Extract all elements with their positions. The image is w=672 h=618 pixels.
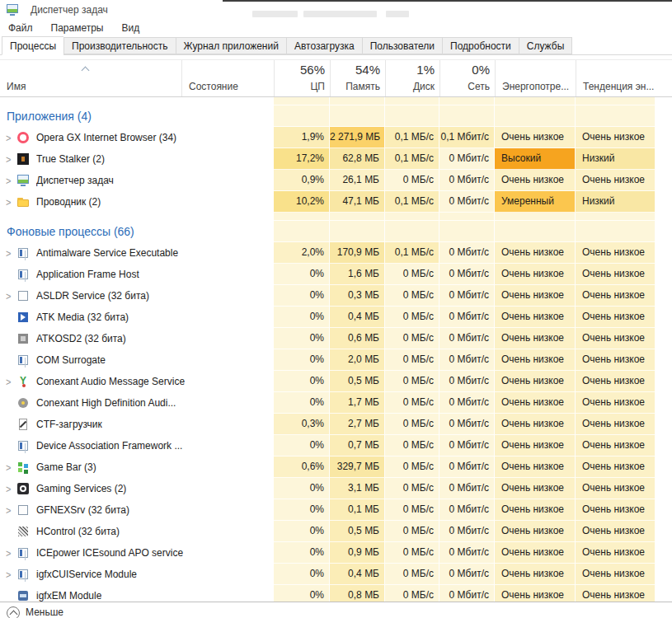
process-name: Device Association Framework ... xyxy=(36,440,182,452)
process-row[interactable]: >COM Surrogate0%2,0 МБ0 МБ/с0 Мбит/сОчен… xyxy=(0,349,672,371)
explorer-icon xyxy=(16,195,30,208)
process-row[interactable]: >Game Bar (3)0,6%329,7 МБ0 МБ/с0 Мбит/сО… xyxy=(0,456,672,478)
cell-power: Очень низкое xyxy=(495,127,576,148)
cell-network xyxy=(439,105,495,127)
cell-trend: Низкий xyxy=(576,191,656,213)
cell-trend: Очень низкое xyxy=(576,499,656,521)
expand-chevron-icon[interactable]: > xyxy=(0,569,16,580)
column-label: Имя xyxy=(7,81,26,92)
process-name-cell: >ATKOSD2 (32 бита) xyxy=(0,328,274,349)
process-row[interactable]: >ATKOSD2 (32 бита)0%0,6 МБ0 МБ/с0 Мбит/с… xyxy=(0,328,672,349)
tab-users[interactable]: Пользователи xyxy=(362,37,442,54)
column-header-disk[interactable]: 1% Диск xyxy=(385,60,439,96)
section-header: Фоновые процессы (66) xyxy=(0,221,672,242)
cell-network: 0,1 Мбит/с xyxy=(439,127,495,148)
expand-chevron-icon[interactable]: > xyxy=(0,483,16,494)
process-row[interactable]: >HControl (32 бита)0%0,5 МБ0 МБ/с0 Мбит/… xyxy=(0,521,672,542)
menu-item-file[interactable]: Файл xyxy=(8,22,33,34)
cell-cpu: 0% xyxy=(274,392,330,414)
cell-power: Очень низкое xyxy=(495,371,576,392)
cell-cpu: 0% xyxy=(274,371,330,392)
cell-cpu: 0% xyxy=(274,328,330,349)
process-row[interactable]: >ICEpower ICEsound APO service0%0,9 МБ0 … xyxy=(0,542,672,564)
process-row[interactable]: >ASLDR Service (32 бита)0%0,3 МБ0 МБ/с0 … xyxy=(0,285,672,307)
chevron-up-circle-icon[interactable] xyxy=(7,606,20,618)
cell-memory xyxy=(330,221,385,242)
cell-network: 0 Мбит/с xyxy=(439,371,495,392)
cell-disk xyxy=(385,221,439,242)
expand-chevron-icon[interactable]: > xyxy=(0,376,16,387)
expand-chevron-icon[interactable]: > xyxy=(0,132,16,143)
fewer-details-button[interactable]: Меньше xyxy=(26,606,63,618)
cell-cpu: 0% xyxy=(274,585,330,602)
process-row[interactable]: >Диспетчер задач0,9%26,1 МБ0 МБ/с0 Мбит/… xyxy=(0,170,672,191)
menu-item-options[interactable]: Параметры xyxy=(51,22,104,34)
process-row[interactable]: >Opera GX Internet Browser (34)1,9%2 271… xyxy=(0,127,672,148)
column-label: ЦП xyxy=(310,81,325,92)
row-tail xyxy=(656,542,672,564)
tab-startup[interactable]: Автозагрузка xyxy=(286,37,362,54)
cell-power xyxy=(495,221,576,242)
column-header-cpu[interactable]: 56% ЦП xyxy=(274,60,330,96)
cell-memory: 0,1 МБ xyxy=(330,499,385,521)
process-row[interactable]: >Conexant High Definition Audi...0%1,7 М… xyxy=(0,392,672,414)
atkosd2-icon xyxy=(16,332,30,345)
column-header-network[interactable]: 0% Сеть xyxy=(439,60,495,96)
tab-processes[interactable]: Процессы xyxy=(2,36,63,55)
tab-services[interactable]: Службы xyxy=(519,37,572,54)
process-row[interactable]: >ATK Media (32 бита)0%0,4 МБ0 МБ/с0 Мбит… xyxy=(0,307,672,328)
tab-performance[interactable]: Производительность xyxy=(63,37,175,54)
process-name-cell: >Conexant Audio Message Service xyxy=(0,371,274,392)
cell-trend: Очень низкое xyxy=(576,127,656,148)
process-row[interactable]: >Application Frame Host0%1,6 МБ0 МБ/с0 М… xyxy=(0,264,672,285)
cell-disk: 0 МБ/с xyxy=(385,456,439,478)
process-name-cell: >igfxEM Module xyxy=(0,585,274,602)
process-row[interactable]: >igfxCUIService Module0%0,4 МБ0 МБ/с0 Мб… xyxy=(0,564,672,585)
process-row[interactable]: >Gaming Services (2)0%3,1 МБ0 МБ/с0 Мбит… xyxy=(0,478,672,499)
process-row[interactable]: >igfxEM Module0%0,8 МБ0 МБ/с0 Мбит/сОчен… xyxy=(0,585,672,602)
cell-power: Очень низкое xyxy=(495,564,576,585)
process-row[interactable]: >Conexant Audio Message Service0%0,5 МБ0… xyxy=(0,371,672,392)
cell-network: 0 Мбит/с xyxy=(439,456,495,478)
cell-disk: 0,1 МБ/с xyxy=(385,127,439,148)
expand-chevron-icon[interactable]: > xyxy=(0,547,16,559)
column-label: Сеть xyxy=(468,81,490,92)
process-row[interactable]: >Проводник (2)10,2%47,1 МБ0,1 МБ/с0 Мбит… xyxy=(0,191,672,213)
expand-chevron-icon[interactable]: > xyxy=(0,290,16,302)
cell-power xyxy=(495,105,576,127)
column-header-name[interactable]: Имя xyxy=(0,60,181,96)
process-name-cell: >Диспетчер задач xyxy=(0,170,274,191)
tab-app-history[interactable]: Журнал приложений xyxy=(176,37,286,54)
menu-item-view[interactable]: Вид xyxy=(121,22,139,34)
process-row[interactable]: >CTF-загрузчик0,3%2,7 МБ0 МБ/с0 Мбит/сОч… xyxy=(0,414,672,435)
cell-memory: 329,7 МБ xyxy=(330,456,385,478)
task-manager-icon xyxy=(6,3,19,16)
row-tail xyxy=(656,127,672,148)
ghost-text-artifact xyxy=(386,11,409,17)
column-header-memory[interactable]: 54% Память xyxy=(330,60,385,96)
cell-disk: 0,1 МБ/с xyxy=(385,191,439,213)
cell-power: Очень низкое xyxy=(495,328,576,349)
column-header-power[interactable]: Энергопотре... xyxy=(495,60,576,96)
cell-power: Очень низкое xyxy=(495,264,576,285)
cell-power: Очень низкое xyxy=(495,285,576,307)
cell-memory: 0,3 МБ xyxy=(330,285,385,307)
process-row[interactable]: >Antimalware Service Executable2,0%170,9… xyxy=(0,242,672,264)
expand-chevron-icon[interactable]: > xyxy=(0,247,16,259)
process-row[interactable]: >True Stalker (2)17,2%62,8 МБ0,1 МБ/с0 М… xyxy=(0,148,672,170)
process-row[interactable]: >Device Association Framework ...0%0,7 М… xyxy=(0,435,672,456)
column-header-power-trend[interactable]: Тенденция эн... xyxy=(576,60,656,96)
network-total-percent: 0% xyxy=(472,63,490,77)
expand-chevron-icon[interactable]: > xyxy=(0,153,16,165)
expand-chevron-icon[interactable]: > xyxy=(0,504,16,516)
expand-chevron-icon[interactable]: > xyxy=(0,175,16,186)
expand-chevron-icon[interactable]: > xyxy=(0,461,16,473)
cell-memory xyxy=(330,97,385,105)
tab-details[interactable]: Подробности xyxy=(442,37,519,54)
process-row[interactable]: >GFNEXSrv (32 бита)0%0,1 МБ0 МБ/с0 Мбит/… xyxy=(0,499,672,521)
process-name-cell: >Conexant High Definition Audi... xyxy=(0,392,274,414)
cell-trend: Очень низкое xyxy=(576,478,656,499)
cell-trend: Очень низкое xyxy=(576,456,656,478)
expand-chevron-icon[interactable]: > xyxy=(0,196,16,208)
column-header-status[interactable]: Состояние xyxy=(181,60,274,96)
